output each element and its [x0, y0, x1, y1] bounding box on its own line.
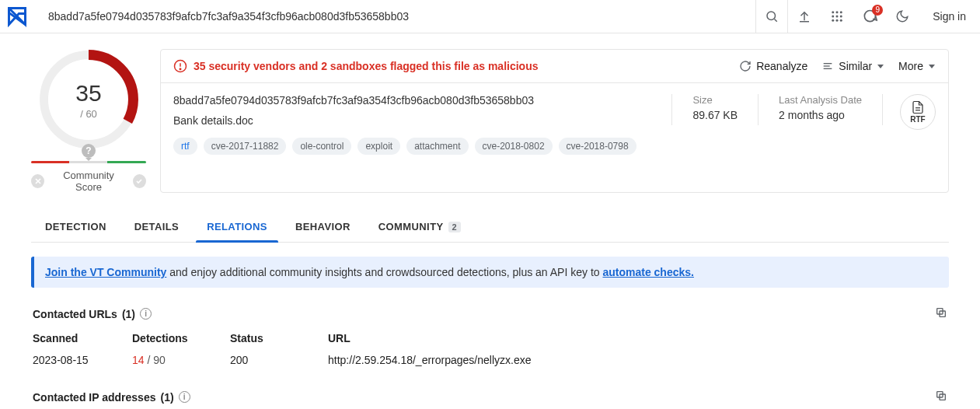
copy-icon[interactable]	[935, 390, 947, 404]
community-score-bar: ?	[31, 161, 146, 163]
tag[interactable]: attachment	[406, 138, 468, 155]
svg-point-4	[840, 11, 842, 13]
col-detections: Detections	[132, 332, 230, 344]
svg-point-0	[767, 12, 776, 20]
signin-link[interactable]: Sign in	[919, 10, 980, 23]
cell-scanned: 2023-08-15	[33, 354, 132, 366]
svg-point-6	[836, 16, 839, 18]
x-icon	[31, 174, 44, 188]
tag[interactable]: ole-control	[292, 138, 351, 155]
more-button[interactable]: More	[898, 60, 936, 72]
detection-score-donut: 35 / 60	[38, 49, 139, 150]
last-analysis-value: 2 months ago	[779, 109, 862, 121]
refresh-icon	[739, 60, 752, 72]
header-actions: 9 Sign in	[755, 0, 980, 33]
tab-behavior[interactable]: BEHAVIOR	[292, 213, 354, 242]
search-input-value[interactable]: 8badd7a5fe0794d035783f9afcb7fc3af9a354f3…	[48, 10, 409, 23]
chevron-down-icon	[877, 62, 884, 70]
page-content: 35 / 60 ? Community Score 35 security ve…	[0, 33, 980, 409]
size-label: Size	[692, 94, 738, 106]
tag[interactable]: exploit	[357, 138, 400, 155]
svg-marker-21	[877, 65, 884, 68]
brand-logo[interactable]	[0, 0, 34, 33]
copy-icon[interactable]	[935, 306, 947, 321]
svg-marker-22	[929, 65, 935, 68]
automate-checks-link[interactable]: automate checks.	[602, 266, 694, 278]
table-row[interactable]: 2023-08-15 14 / 90 200 http://2.59.254.1…	[31, 349, 949, 371]
reanalyze-label: Reanalyze	[756, 60, 807, 72]
more-label: More	[898, 60, 923, 72]
svg-point-10	[840, 19, 842, 22]
info-icon[interactable]: i	[140, 308, 152, 320]
summary-card: 35 security vendors and 2 sandboxes flag…	[160, 49, 949, 193]
svg-point-2	[832, 11, 834, 13]
tab-community[interactable]: COMMUNITY 2	[375, 213, 464, 242]
filetype-label: RTF	[910, 115, 925, 124]
tab-community-label: COMMUNITY	[378, 221, 444, 232]
malicious-flag-text: 35 security vendors and 2 sandboxes flag…	[194, 60, 539, 72]
last-analysis-label: Last Analysis Date	[779, 94, 862, 106]
similar-icon	[821, 60, 834, 72]
section-title-text: Contacted URLs	[33, 308, 117, 320]
search-icon[interactable]	[755, 0, 788, 33]
alert-icon	[173, 59, 187, 73]
community-score-marker: ?	[82, 144, 96, 158]
file-icon	[911, 100, 925, 114]
similar-label: Similar	[839, 60, 872, 72]
chevron-down-icon	[928, 62, 936, 70]
table-header-row: Scanned Detections Status URL	[31, 327, 949, 349]
upload-icon[interactable]	[788, 0, 821, 33]
join-community-link[interactable]: Join the VT Community	[45, 266, 166, 278]
notification-badge: 9	[872, 5, 883, 16]
tag[interactable]: cve-2017-11882	[204, 138, 287, 155]
tab-community-count: 2	[448, 222, 462, 232]
cell-url: http://2.59.254.18/_errorpages/nellyzx.e…	[328, 354, 947, 366]
section-count: (1)	[122, 308, 135, 320]
score-panel: 35 / 60 ? Community Score	[31, 49, 146, 193]
app-header: 8badd7a5fe0794d035783f9afcb7fc3af9a354f3…	[0, 0, 980, 33]
info-icon[interactable]: i	[179, 391, 190, 403]
join-community-banner: Join the VT Community and enjoy addition…	[31, 257, 949, 288]
theme-icon[interactable]	[886, 0, 919, 33]
svg-point-5	[832, 16, 834, 18]
tag[interactable]: rtf	[173, 138, 197, 155]
tab-details[interactable]: DETAILS	[131, 213, 182, 242]
tab-detection[interactable]: DETECTION	[42, 213, 110, 242]
svg-point-9	[836, 19, 839, 22]
tag[interactable]: cve-2018-0798	[559, 138, 636, 155]
contacted-urls-section: Contacted URLs (1) i Scanned Detections …	[31, 306, 949, 371]
filetype-badge: RTF	[900, 94, 936, 130]
col-url: URL	[328, 332, 947, 344]
check-icon	[133, 174, 146, 188]
section-title-text: Contacted IP addresses	[33, 391, 155, 404]
tab-relations[interactable]: RELATIONS	[204, 213, 270, 242]
cell-status: 200	[230, 354, 328, 366]
reanalyze-button[interactable]: Reanalyze	[739, 60, 807, 72]
col-status: Status	[230, 332, 328, 344]
file-name: Bank details.doc	[173, 114, 656, 127]
search-area: 8badd7a5fe0794d035783f9afcb7fc3af9a354f3…	[34, 10, 755, 23]
notifications-icon[interactable]: 9	[853, 0, 886, 33]
svg-line-1	[775, 19, 777, 21]
file-hash[interactable]: 8badd7a5fe0794d035783f9afcb7fc3af9a354f3…	[173, 94, 656, 107]
score-value: 35	[75, 80, 101, 107]
tag[interactable]: cve-2018-0802	[475, 138, 553, 155]
cell-detections: 14 / 90	[132, 354, 230, 366]
svg-point-7	[840, 16, 842, 18]
score-total: / 60	[80, 108, 97, 120]
grid-apps-icon[interactable]	[821, 0, 853, 33]
svg-point-3	[836, 11, 839, 13]
svg-point-17	[180, 68, 181, 70]
col-scanned: Scanned	[33, 332, 132, 344]
similar-button[interactable]: Similar	[821, 60, 884, 72]
community-score-label: Community Score	[51, 170, 127, 193]
svg-point-8	[832, 19, 834, 22]
banner-text: and enjoy additional community insights …	[166, 266, 602, 278]
tabs-row: DETECTION DETAILS RELATIONS BEHAVIOR COM…	[31, 213, 949, 243]
contacted-ips-section: Contacted IP addresses (1) i IP Detectio…	[31, 390, 949, 409]
tags-row: rtfcve-2017-11882ole-controlexploitattac…	[173, 138, 656, 155]
section-count: (1)	[160, 391, 173, 404]
size-value: 89.67 KB	[692, 109, 738, 121]
